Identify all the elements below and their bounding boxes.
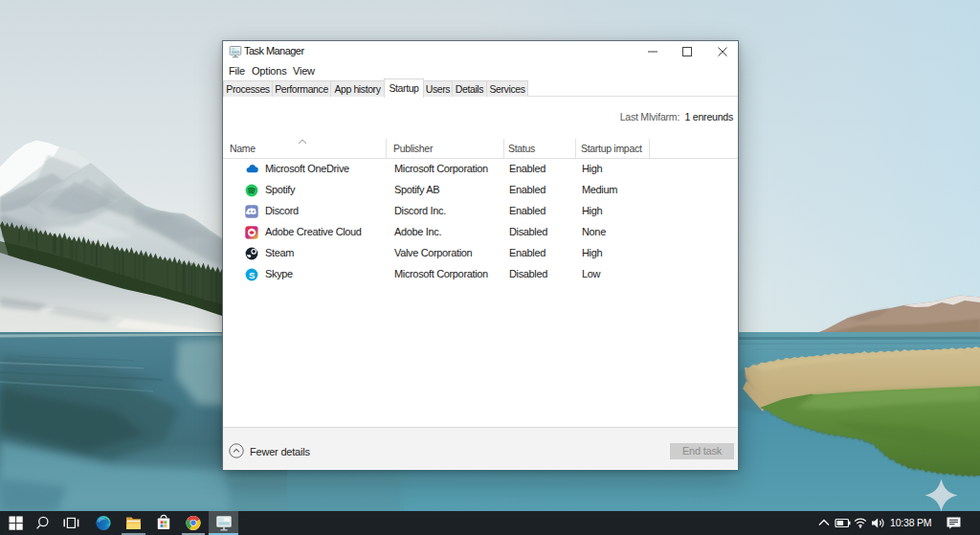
svg-text:S: S: [249, 270, 255, 280]
